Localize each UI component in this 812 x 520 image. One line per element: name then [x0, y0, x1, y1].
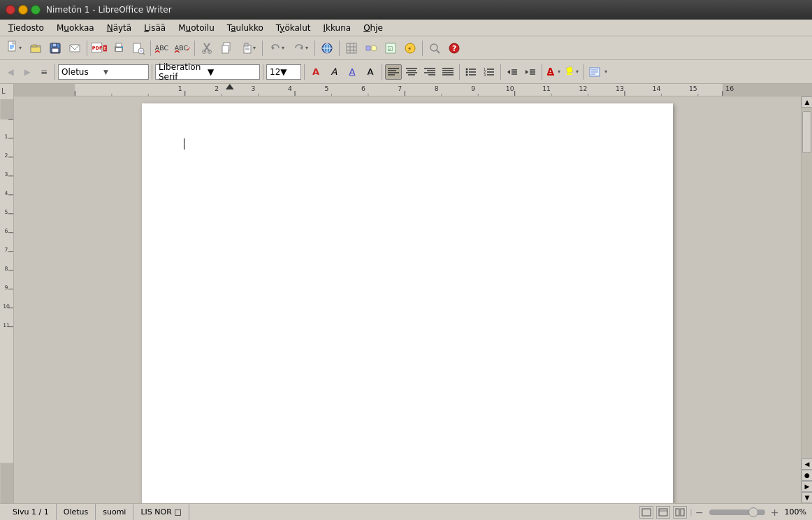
separator14 [500, 64, 501, 80]
menu-ohje[interactable]: Ohje [358, 22, 389, 34]
menu-muotoilu[interactable]: Muotoilu [173, 22, 220, 34]
new-button[interactable]: ▾ [3, 39, 25, 57]
scroll-prev-page-button[interactable]: ◀ [802, 458, 812, 470]
shadow-button[interactable]: A [362, 64, 379, 80]
new-dropdown-arrow[interactable]: ▾ [19, 45, 22, 51]
spellcheck-auto-button[interactable]: ABC✓ [173, 39, 191, 57]
separator8 [55, 64, 55, 80]
statusbar: Sivu 1 / 1 Oletus suomi LIS NOR □ | − + … [0, 503, 812, 520]
zoom-thumb[interactable] [748, 507, 758, 517]
font-dropdown[interactable]: Liberation Serif ▼ [155, 64, 260, 80]
undo-button[interactable]: ▾ [266, 39, 288, 57]
draw-button[interactable] [362, 39, 380, 57]
document-area[interactable] [14, 96, 801, 503]
svg-text:2: 2 [4, 152, 8, 159]
font-color-dropdown-arrow[interactable]: ▾ [558, 68, 560, 75]
underline-button[interactable]: A [344, 64, 361, 80]
redo-button[interactable]: ▾ [289, 39, 312, 57]
minimize-button[interactable] [18, 5, 28, 15]
undo-dropdown-arrow[interactable]: ▾ [282, 45, 284, 51]
web-view-button[interactable] [656, 506, 670, 519]
style-list-button[interactable]: ≡ [36, 64, 52, 80]
paste-dropdown-arrow[interactable]: ▾ [253, 45, 256, 51]
nav-back-button[interactable]: ◀ [3, 64, 18, 80]
highlight-dropdown-arrow[interactable]: ▾ [576, 68, 579, 75]
redo-dropdown-arrow[interactable]: ▾ [305, 45, 308, 51]
menu-ikkuna[interactable]: Ikkuna [318, 22, 357, 34]
paragraph-style-button[interactable] [586, 64, 603, 80]
copy-button[interactable] [217, 39, 235, 57]
svg-marker-38 [300, 45, 303, 50]
align-justify-button[interactable] [440, 64, 456, 80]
print-preview-button[interactable] [129, 39, 147, 57]
menu-lisaa[interactable]: Lisää [138, 22, 171, 34]
table-button[interactable] [342, 39, 361, 57]
basic-button[interactable]: ⚡ [401, 39, 419, 57]
bold-button[interactable]: A [307, 64, 324, 80]
language-text: suomi [103, 507, 126, 517]
svg-text:6: 6 [361, 86, 365, 92]
book-view-button[interactable] [673, 506, 687, 519]
highlight-color-button[interactable]: ▾ [563, 64, 580, 80]
svg-text:7: 7 [4, 247, 8, 253]
align-left-button[interactable] [385, 64, 402, 80]
increase-indent-button[interactable] [522, 64, 539, 80]
scroll-track[interactable] [802, 108, 812, 458]
svg-rect-10 [53, 49, 57, 52]
style-info: Oletus [57, 504, 96, 520]
decrease-indent-button[interactable] [504, 64, 521, 80]
find-button[interactable] [426, 39, 444, 57]
save-button[interactable] [46, 39, 64, 57]
paragraph-style-dropdown-arrow[interactable]: ▾ [604, 68, 607, 75]
form-button[interactable]: ☑ [382, 39, 400, 57]
paste-button[interactable]: ▾ [237, 39, 259, 57]
svg-text:9: 9 [471, 86, 475, 92]
align-center-button[interactable] [403, 64, 420, 80]
separator5 [314, 41, 315, 56]
navigator-button[interactable] [318, 39, 336, 57]
align-right-button[interactable] [421, 64, 438, 80]
menu-muokkaa[interactable]: Muokkaa [51, 22, 100, 34]
svg-text:3: 3 [252, 86, 256, 92]
maximize-button[interactable] [31, 5, 41, 15]
scroll-next-page-button[interactable]: ● [802, 470, 812, 481]
toolbar1: ▾ PDFE ABC ABC✓ ▾ ▾ ▾ [0, 36, 812, 60]
print-button[interactable] [110, 39, 128, 57]
svg-text:?: ? [452, 44, 456, 53]
vertical-ruler: 1 2 3 4 5 6 7 8 9 10 11 [0, 96, 14, 503]
style-dropdown[interactable]: Oletus ▼ [58, 64, 149, 80]
scroll-next-page-button2[interactable]: ▶ [802, 481, 812, 492]
menu-tyokalut[interactable]: Työkalut [270, 22, 317, 34]
scroll-down-button[interactable]: ▼ [802, 492, 812, 503]
scroll-thumb[interactable] [802, 111, 811, 153]
vertical-scrollbar: ▲ ◀ ● ▶ ▼ [801, 96, 812, 503]
svg-rect-18 [116, 43, 122, 47]
export-pdf-button[interactable]: PDFE [90, 39, 108, 57]
italic-button[interactable]: A [326, 64, 342, 80]
font-color-button[interactable]: A ▾ [545, 64, 562, 80]
email-button[interactable] [66, 39, 84, 57]
ordered-list-button[interactable]: 1.2.3. [481, 64, 498, 80]
font-color-icon: A [546, 66, 558, 78]
svg-text:13: 13 [616, 86, 624, 92]
open-button[interactable] [27, 39, 45, 57]
zoom-slider[interactable] [709, 510, 765, 515]
document-page[interactable] [142, 103, 673, 503]
text-cursor [184, 138, 184, 150]
menu-tiedosto[interactable]: Tiedosto [3, 22, 50, 34]
svg-text:7: 7 [398, 86, 402, 92]
svg-rect-96 [566, 66, 573, 73]
menu-nayta[interactable]: Näytä [101, 22, 138, 34]
nav-forward-button[interactable]: ▶ [20, 64, 35, 80]
unordered-list-button[interactable] [463, 64, 479, 80]
menu-taulukko[interactable]: Taulukko [222, 22, 269, 34]
scroll-up-button[interactable]: ▲ [802, 96, 812, 108]
cut-button[interactable] [198, 39, 216, 57]
svg-text:6: 6 [4, 228, 8, 234]
spellcheck-button[interactable]: ABC [154, 39, 172, 57]
help-button[interactable]: ? [445, 39, 463, 57]
size-dropdown[interactable]: 12 ▼ [266, 64, 301, 80]
close-button[interactable] [6, 5, 15, 15]
zoom-in-icon: + [771, 507, 779, 518]
normal-view-button[interactable] [639, 506, 653, 519]
